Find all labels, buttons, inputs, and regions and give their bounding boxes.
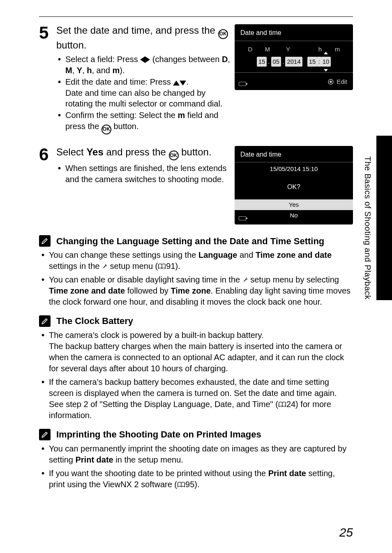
lcd-month: 05	[271, 57, 281, 67]
lcd-hour: 15	[307, 57, 318, 67]
note-title: Imprinting the Shooting Date on Printed …	[56, 428, 261, 441]
lcd-ok-prompt: OK?	[235, 176, 353, 200]
lcd-date-time-edit: Date and time DMYhm 15.05.2014 15:10 Edi…	[235, 24, 353, 90]
page-number: 25	[339, 524, 353, 541]
book-icon	[177, 481, 185, 488]
step5-bullet-1: Select a field: Press (changes between D…	[65, 54, 231, 76]
note-title: The Clock Battery	[56, 315, 133, 327]
step5-bullet-3: Confirm the setting: Select the m field …	[65, 110, 231, 134]
battery-icon	[239, 82, 246, 86]
step-head-text: Set the date and time, and press the	[56, 25, 218, 36]
book-icon	[278, 401, 286, 408]
step-heading: Set the date and time, and press the OK …	[56, 24, 231, 51]
pencil-icon	[39, 235, 51, 247]
pencil-icon	[39, 429, 51, 440]
lcd-value-row: 15.05.2014 15:10	[235, 55, 353, 72]
wrench-icon	[242, 277, 248, 283]
lcd-minute-selected: 10	[321, 57, 331, 67]
pencil-icon	[39, 315, 51, 327]
battery-icon	[239, 216, 246, 220]
step-5: 5 Set the date and time, and press the O…	[39, 24, 353, 135]
ok-icon: OK	[169, 150, 179, 160]
left-icon	[140, 56, 145, 63]
note2-bullet-2: If the camera's backup battery becomes e…	[49, 377, 353, 421]
lcd-year: 2014	[285, 57, 302, 67]
step6-bullet-1: When settings are finished, the lens ext…	[65, 163, 231, 185]
lcd-header-row: DMYhm	[235, 41, 353, 55]
note1-bullet-1: You can change these settings using the …	[49, 250, 353, 272]
step-number: 5	[39, 24, 56, 42]
note-title: Changing the Language Setting and the Da…	[56, 235, 324, 248]
step-6: 6 Select Yes and press the OK button. Wh…	[39, 146, 353, 224]
svg-point-1	[330, 81, 332, 83]
lcd-title: Date and time	[235, 28, 353, 41]
step-heading: Select Yes and press the OK button.	[56, 146, 231, 161]
lcd-title: Date and time	[235, 150, 353, 162]
step-head-text2: button.	[56, 39, 86, 51]
selector-icon	[327, 79, 334, 85]
lcd-no-option: No	[235, 210, 353, 221]
down-icon	[180, 81, 186, 86]
lcd-yes-option: Yes	[235, 199, 353, 210]
note2-bullet-1: The camera's clock is powered by a built…	[49, 330, 353, 374]
step-number: 6	[39, 146, 56, 163]
up-icon	[173, 81, 180, 86]
lcd-datetime-value: 15/05/2014 15:10	[235, 162, 353, 176]
lcd-day: 15	[257, 57, 267, 67]
note-heading-language: Changing the Language Setting and the Da…	[39, 235, 353, 248]
wrench-icon	[102, 263, 108, 270]
note3-bullet-1: You can permanently imprint the shooting…	[49, 443, 353, 465]
lcd-edit-label: Edit	[337, 78, 347, 86]
right-icon	[145, 56, 150, 63]
note1-bullet-2: You can enable or disable daylight savin…	[49, 274, 353, 308]
note-heading-clock-battery: The Clock Battery	[39, 315, 353, 327]
ok-icon: OK	[101, 125, 111, 134]
note-heading-imprint: Imprinting the Shooting Date on Printed …	[39, 428, 353, 441]
lcd-date-time-confirm: Date and time 15/05/2014 15:10 OK? Yes N…	[235, 146, 353, 224]
top-rule	[39, 16, 353, 17]
note3-bullet-2: If you want the shooting date to be prin…	[49, 468, 353, 490]
ok-icon: OK	[218, 29, 228, 39]
book-icon	[158, 263, 166, 270]
step5-bullet-2: Edit the date and time: Press . Date and…	[65, 76, 231, 109]
